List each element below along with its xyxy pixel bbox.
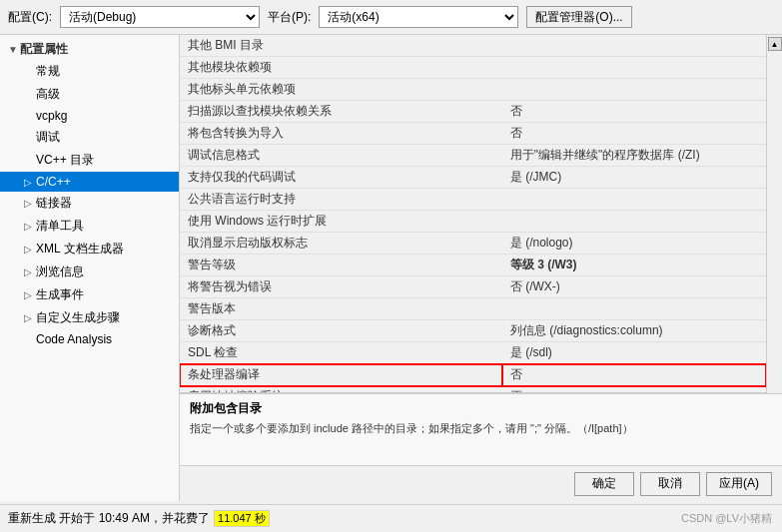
desc-title: 附加包含目录 [190, 400, 772, 417]
right-panel: 其他 BMI 目录 其他模块依赖项 其他标头单元依赖项 [180, 35, 782, 501]
table-row[interactable]: 支持仅我的代码调试 是 (/JMC) [180, 167, 766, 189]
tree-item-linker[interactable]: ▷ 链接器 [0, 192, 179, 215]
left-panel: ▼ 配置属性 常规 高级 vcpkg 调试 VC++ 目录 [0, 35, 180, 501]
status-bar: 重新生成 开始于 10:49 AM，并花费了 11.047 秒 [0, 504, 782, 532]
tree-item-code-analysis[interactable]: Code Analysis [0, 329, 179, 349]
tree-item-build-events[interactable]: ▷ 生成事件 [0, 283, 179, 306]
table-row-highlighted[interactable]: 条处理器编译 否 [180, 364, 766, 386]
prop-value [502, 35, 766, 57]
prop-value [502, 189, 766, 211]
tree-item-advanced[interactable]: 高级 [0, 83, 179, 106]
status-time-highlight: 11.047 秒 [214, 510, 270, 527]
platform-label: 平台(P): [268, 9, 311, 26]
tree-item-label: 自定义生成步骤 [36, 309, 120, 326]
table-row[interactable]: 警告等级 等级 3 (/W3) [180, 255, 766, 276]
props-wrapper: 其他 BMI 目录 其他模块依赖项 其他标头单元依赖项 [180, 35, 782, 393]
prop-name: 警告等级 [180, 255, 502, 276]
prop-name: 扫描源以查找模块依赖关系 [180, 101, 502, 123]
expand-arrow-icon: ▷ [24, 289, 36, 300]
prop-name: 支持仅我的代码调试 [180, 167, 502, 189]
prop-value [502, 211, 766, 233]
prop-value: 否 (/WX-) [502, 276, 766, 298]
tree-item-xml-gen[interactable]: ▷ XML 文档生成器 [0, 238, 179, 261]
table-row[interactable]: 启用地址擦除系统 否 [180, 386, 766, 394]
table-row[interactable]: 将警告视为错误 否 (/WX-) [180, 276, 766, 298]
tree-item-debug[interactable]: 调试 [0, 126, 179, 149]
table-row[interactable]: 警告版本 [180, 298, 766, 320]
prop-value: 否 [502, 386, 766, 394]
cancel-button[interactable]: 取消 [640, 472, 700, 496]
table-row[interactable]: 其他模块依赖项 [180, 57, 766, 79]
tree-item-vcpkg[interactable]: vcpkg [0, 106, 179, 126]
properties-table: 其他 BMI 目录 其他模块依赖项 其他标头单元依赖项 [180, 35, 766, 393]
tree-item-label: 高级 [36, 86, 60, 103]
prop-name: 其他模块依赖项 [180, 57, 502, 79]
prop-name: 其他 BMI 目录 [180, 35, 502, 57]
expand-arrow-icon: ▷ [24, 221, 36, 232]
table-row[interactable]: 取消显示启动版权标志 是 (/nologo) [180, 233, 766, 255]
toolbar: 配置(C): 活动(Debug) 平台(P): 活动(x64) 配置管理器(O)… [0, 0, 782, 35]
table-row[interactable]: 其他 BMI 目录 [180, 35, 766, 57]
prop-name: 其他标头单元依赖项 [180, 79, 502, 101]
prop-name: 取消显示启动版权标志 [180, 233, 502, 255]
tree-item-label: C/C++ [36, 175, 71, 189]
desc-panel: 附加包含目录 指定一个或多个要添加到 include 路径中的目录；如果指定多个… [180, 393, 782, 465]
apply-button[interactable]: 应用(A) [706, 472, 772, 496]
platform-select[interactable]: 活动(x64) [319, 6, 518, 28]
prop-name: 诊断格式 [180, 320, 502, 342]
prop-name: SDL 检查 [180, 342, 502, 364]
tree-item-label: 清单工具 [36, 218, 84, 235]
prop-value [502, 298, 766, 320]
button-row: 确定 取消 应用(A) [180, 465, 782, 501]
expand-arrow-icon: ▷ [24, 198, 36, 209]
tree-root: ▼ 配置属性 [0, 39, 179, 60]
prop-name: 条处理器编译 [180, 364, 502, 386]
main-content: ▼ 配置属性 常规 高级 vcpkg 调试 VC++ 目录 [0, 35, 782, 501]
table-row[interactable]: 使用 Windows 运行时扩展 [180, 211, 766, 233]
config-select[interactable]: 活动(Debug) [60, 6, 260, 28]
tree-item-vcpp-dirs[interactable]: VC++ 目录 [0, 149, 179, 172]
tree-item-cpp[interactable]: ▷ C/C++ [0, 172, 179, 192]
prop-value: 列信息 (/diagnostics:column) [502, 320, 766, 342]
table-row[interactable]: 诊断格式 列信息 (/diagnostics:column) [180, 320, 766, 342]
tree-item-browser[interactable]: ▷ 浏览信息 [0, 261, 179, 283]
prop-value [502, 57, 766, 79]
tree-root-arrow: ▼ [8, 44, 20, 55]
table-row[interactable]: 公共语言运行时支持 [180, 189, 766, 211]
prop-name: 警告版本 [180, 298, 502, 320]
tree-item-label: Code Analysis [36, 332, 112, 346]
props-table: 其他 BMI 目录 其他模块依赖项 其他标头单元依赖项 [180, 35, 766, 393]
tree-item-manifest-tools[interactable]: ▷ 清单工具 [0, 215, 179, 238]
table-row[interactable]: SDL 检查 是 (/sdl) [180, 342, 766, 364]
tree-item-label: XML 文档生成器 [36, 241, 124, 258]
prop-value: 否 [502, 101, 766, 123]
tree-item-label: 浏览信息 [36, 264, 84, 280]
scroll-up-button[interactable]: ▲ [768, 37, 782, 51]
table-row[interactable]: 调试信息格式 用于"编辑并继续"的程序数据库 (/ZI) [180, 145, 766, 167]
table-row[interactable]: 其他标头单元依赖项 [180, 79, 766, 101]
prop-value: 用于"编辑并继续"的程序数据库 (/ZI) [502, 145, 766, 167]
watermark: CSDN @LV小猪精 [681, 511, 772, 526]
ok-button[interactable]: 确定 [574, 472, 634, 496]
tree-item-label: 链接器 [36, 195, 72, 212]
status-text-before: 重新生成 开始于 10:49 AM，并花费了 [8, 510, 210, 527]
expand-arrow-icon: ▷ [24, 177, 36, 188]
prop-value [502, 79, 766, 101]
prop-value: 否 [502, 364, 766, 386]
prop-name: 将包含转换为导入 [180, 123, 502, 145]
config-label: 配置(C): [8, 9, 52, 26]
expand-arrow-icon: ▷ [24, 244, 36, 255]
tree-item-label: 生成事件 [36, 286, 84, 303]
tree-item-label: VC++ 目录 [36, 152, 94, 169]
config-mgr-button[interactable]: 配置管理器(O)... [526, 6, 631, 28]
expand-arrow-icon: ▷ [24, 266, 36, 277]
table-row[interactable]: 扫描源以查找模块依赖关系 否 [180, 101, 766, 123]
tree-item-label: vcpkg [36, 109, 67, 123]
table-row[interactable]: 将包含转换为导入 否 [180, 123, 766, 145]
tree-item-general[interactable]: 常规 [0, 60, 179, 83]
expand-arrow-icon: ▷ [24, 312, 36, 323]
scrollbar[interactable]: ▲ [766, 35, 782, 393]
tree-item-custom-build[interactable]: ▷ 自定义生成步骤 [0, 306, 179, 329]
tree-item-label: 常规 [36, 63, 60, 80]
prop-value: 是 (/JMC) [502, 167, 766, 189]
